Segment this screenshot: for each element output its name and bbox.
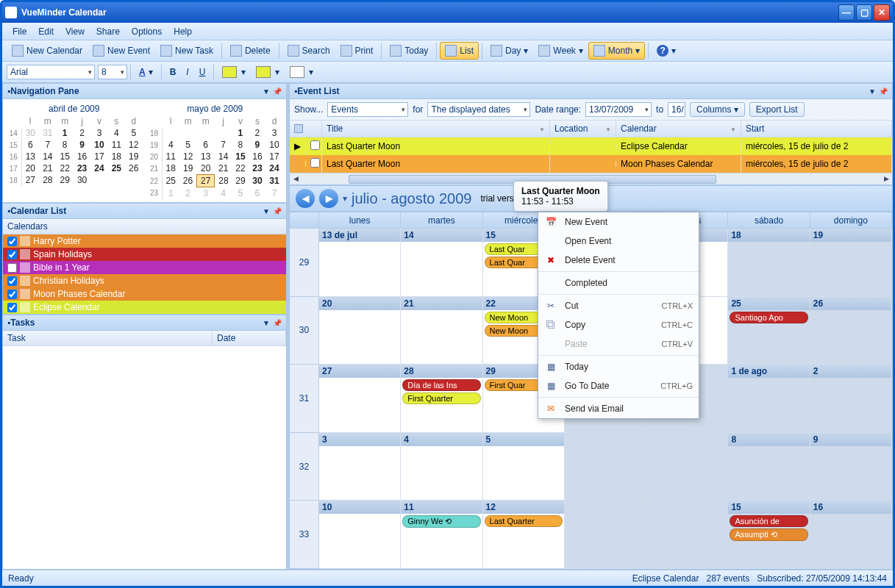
minical-day[interactable]: 8 [57,139,74,151]
minical-day[interactable]: 30 [21,127,39,139]
minical-day[interactable]: 4 [215,187,232,200]
ctx-item[interactable]: ⿻ CopyCTRL+C [538,315,699,334]
minical-day[interactable]: 3 [90,127,107,139]
menu-edit[interactable]: Edit [32,24,60,39]
minical-day[interactable]: 25 [162,175,179,187]
italic-button[interactable]: I [181,64,193,80]
minical-day[interactable] [215,127,232,139]
day-cell[interactable]: 27 [319,365,401,433]
calendar-checkbox[interactable] [7,276,17,286]
titlebar[interactable]: VueMinder Calendar — ▢ ✕ [2,2,893,23]
minical-day[interactable]: 31 [39,127,56,139]
minical-day[interactable]: 10 [90,139,107,151]
calendar-event[interactable]: Last Quarter [485,515,563,527]
calendar-item[interactable]: Christian Holidays [3,274,286,287]
minical-day[interactable]: 1 [162,187,179,200]
calendars-section[interactable]: Calendars [3,219,286,234]
minical-day[interactable]: 5 [125,127,142,139]
calendar-event[interactable]: Ginny We ⟲ [402,515,480,528]
minical-day[interactable]: 22 [57,162,74,174]
minimize-button[interactable]: — [838,4,855,21]
minical-day[interactable]: 6 [197,139,215,151]
minical-day[interactable]: 17 [90,151,107,162]
minical-day[interactable]: 13 [21,151,39,162]
menu-view[interactable]: View [60,24,90,39]
minical-day[interactable]: 4 [162,139,179,151]
ctx-item[interactable]: ✉ Send via Email [538,399,699,418]
day-cell[interactable]: 12Last Quarter [483,501,565,569]
day-cell[interactable]: 21 [401,297,482,365]
minical-day[interactable]: 12 [179,151,197,162]
minical-day[interactable]: 6 [21,139,39,151]
minical-day[interactable]: 5 [179,139,197,151]
ctx-item[interactable]: ✂ CutCTRL+X [538,296,699,315]
minical-day[interactable]: 13 [197,151,215,162]
today-button[interactable]: Today [385,42,433,60]
minical-day[interactable]: 28 [215,175,232,187]
view-month-button[interactable]: Month ▾ [588,42,645,60]
minical-day[interactable]: 23 [249,162,265,175]
day-cell[interactable]: 15Asunción deAssumpti ⟲ [728,501,810,569]
maximize-button[interactable]: ▢ [856,4,872,21]
fontcolor-button[interactable]: A ▾ [134,64,158,80]
day-cell[interactable]: 25Santiago Apo [728,297,810,365]
minical-day[interactable]: 12 [125,139,142,151]
minical-day[interactable] [179,127,197,139]
date-from[interactable]: 13/07/2009 [585,102,652,117]
minical-day[interactable] [197,127,215,139]
minical-day[interactable]: 2 [74,127,90,139]
calendar-event[interactable]: First Quarter [402,392,480,404]
minical-day[interactable]: 30 [249,175,265,187]
minical-day[interactable]: 15 [57,151,74,162]
minical-day[interactable]: 9 [74,139,90,151]
day-cell[interactable]: 18 [728,229,810,297]
minical-day[interactable]: 2 [249,127,265,139]
calendar-event[interactable]: Santiago Apo [730,312,807,323]
minical-day[interactable]: 5 [232,187,249,200]
minical-day[interactable]: 22 [232,162,249,175]
minical-day[interactable]: 14 [39,151,56,162]
day-cell[interactable]: 10 [319,501,401,569]
minical-day[interactable] [125,174,142,186]
show-filter[interactable]: Events [327,102,408,117]
menu-help[interactable]: Help [168,24,198,39]
day-cell[interactable]: 3 [319,433,401,501]
columns-button[interactable]: Columns ▾ [690,102,745,117]
calendar-item[interactable]: Harry Potter [3,234,286,248]
for-filter[interactable]: The displayed dates [427,102,530,117]
fontsize-select[interactable]: 8 [98,65,127,79]
minical-day[interactable]: 2 [179,187,197,200]
minical-day[interactable]: 17 [265,151,282,162]
minical-day[interactable]: 29 [232,175,249,187]
export-button[interactable]: Export List [749,102,805,117]
calendar-item[interactable]: Eclipse Calendar [3,301,286,314]
bold-button[interactable]: B [165,64,182,80]
minical-day[interactable]: 26 [179,175,197,187]
minical-day[interactable]: 7 [39,139,56,151]
day-cell[interactable]: 5 [483,433,565,501]
calendar-checkbox[interactable] [7,250,17,259]
fill1-button[interactable]: ▾ [217,63,251,81]
day-cell[interactable]: 20 [319,297,401,365]
minical-day[interactable]: 16 [74,151,90,162]
minical-day[interactable]: 21 [39,162,56,174]
calendar-event[interactable]: Assumpti ⟲ [730,528,807,541]
day-cell[interactable]: 28Día de las InsFirst Quarter [401,365,482,433]
nav-pane-header[interactable]: ▪ Navigation Pane▼📌 [2,83,287,99]
col-calendar[interactable]: Calendar [616,121,741,137]
date-to[interactable]: 16/ [668,102,685,117]
calendar-event[interactable]: Asunción de [730,515,807,527]
calendar-event[interactable]: Día de las Ins [402,379,480,391]
menu-share[interactable]: Share [90,24,126,39]
minical-day[interactable]: 10 [265,139,282,151]
ctx-item[interactable]: Completed [538,273,699,293]
minical-day[interactable]: 11 [162,151,179,162]
ctx-item[interactable]: 📅 New Event [538,212,699,232]
minical-day[interactable]: 18 [162,162,179,175]
col-title[interactable]: Title [322,121,550,137]
minical-day[interactable] [162,127,179,139]
new-calendar-button[interactable]: New Calendar [7,42,88,60]
prev-button[interactable]: ◀ [296,189,315,208]
minical-may[interactable]: mayo de 2009lmmjvsd181231945678910201112… [147,102,284,199]
calendar-item[interactable]: Spain Holidays [3,248,286,261]
